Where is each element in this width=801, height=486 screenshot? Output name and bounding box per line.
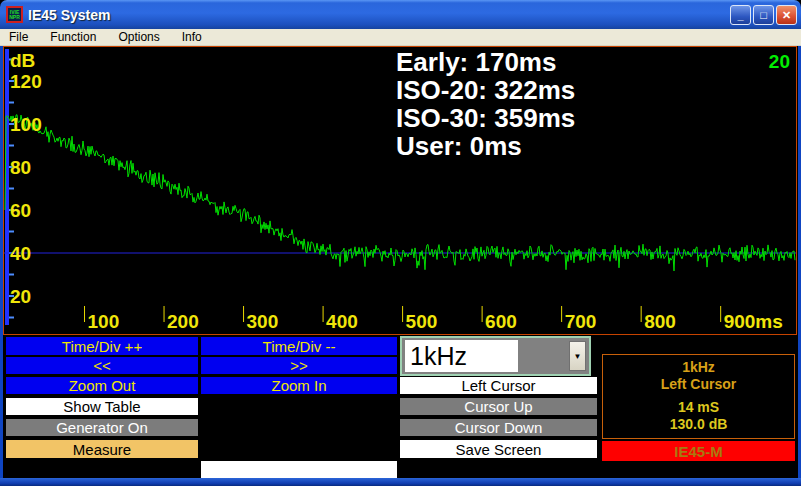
info-frequency: 1kHz [682,359,715,376]
menu-info[interactable]: Info [171,30,213,44]
app-logo-icon: IVIENPR [6,6,23,23]
svg-text:100: 100 [88,311,120,332]
seek-forward-button[interactable]: >> [201,357,397,374]
cursor-up-button[interactable]: Cursor Up [400,398,597,415]
svg-text:900ms: 900ms [724,311,783,332]
svg-text:20: 20 [10,286,31,307]
decay-plot[interactable]: dB12010080604020100200300400500600700800… [3,46,797,335]
menu-file[interactable]: File [0,30,39,44]
svg-text:60: 60 [10,200,31,221]
svg-text:600: 600 [485,311,517,332]
window-border-bottom [0,478,801,486]
svg-text:dB: dB [10,50,35,71]
menu-bar: File Function Options Info [0,29,801,46]
frequency-select-value[interactable]: 1kHz [405,340,518,372]
info-cursor-name: Left Cursor [661,376,736,393]
close-button[interactable]: ✕ [776,5,797,25]
zoom-in-button[interactable]: Zoom In [201,377,397,394]
svg-text:40: 40 [10,243,31,264]
chevron-down-icon[interactable]: ▼ [569,341,586,371]
svg-text:400: 400 [326,311,358,332]
left-cursor-button[interactable]: Left Cursor [400,377,597,394]
info-cursor-level: 130.0 dB [670,416,728,433]
overlay-user: User: 0ms [396,132,575,160]
cursor-down-button[interactable]: Cursor Down [400,419,597,436]
info-cursor-time: 14 mS [678,399,719,416]
title-bar[interactable]: IVIENPR IE45 System _ □ ✕ [0,0,801,29]
model-badge: IE45-M [602,441,795,461]
measure-button[interactable]: Measure [6,440,198,458]
maximize-button[interactable]: □ [753,5,774,25]
window-title: IE45 System [28,7,111,23]
measurement-overlay: Early: 170ms ISO-20: 322ms ISO-30: 359ms… [396,48,575,160]
save-screen-button[interactable]: Save Screen [400,440,597,458]
cursor-info-panel: 1kHz Left Cursor 14 mS 130.0 dB [602,354,795,439]
svg-text:700: 700 [565,311,597,332]
minimize-button[interactable]: _ [730,5,751,25]
average-counter: 20 [769,51,790,73]
svg-text:500: 500 [406,311,438,332]
time-div-minus-button[interactable]: Time/Div -- [201,337,397,355]
show-table-button[interactable]: Show Table [6,398,198,415]
svg-text:200: 200 [167,311,199,332]
frequency-select[interactable]: 1kHz ▼ [400,336,591,376]
generator-on-button[interactable]: Generator On [6,419,198,436]
overlay-iso20: ISO-20: 322ms [396,76,575,104]
overlay-iso30: ISO-30: 359ms [396,104,575,132]
blank-panel [201,461,397,478]
app-window: IVIENPR IE45 System _ □ ✕ File Function … [0,0,801,486]
svg-text:300: 300 [247,311,279,332]
menu-function[interactable]: Function [39,30,107,44]
zoom-out-button[interactable]: Zoom Out [6,377,198,394]
seek-back-button[interactable]: << [6,357,198,374]
overlay-early: Early: 170ms [396,48,575,76]
svg-text:80: 80 [10,157,31,178]
menu-options[interactable]: Options [107,30,170,44]
svg-text:120: 120 [10,71,42,92]
svg-text:800: 800 [644,311,676,332]
time-div-plus-button[interactable]: Time/Div ++ [6,337,198,355]
svg-text:100: 100 [10,114,42,135]
